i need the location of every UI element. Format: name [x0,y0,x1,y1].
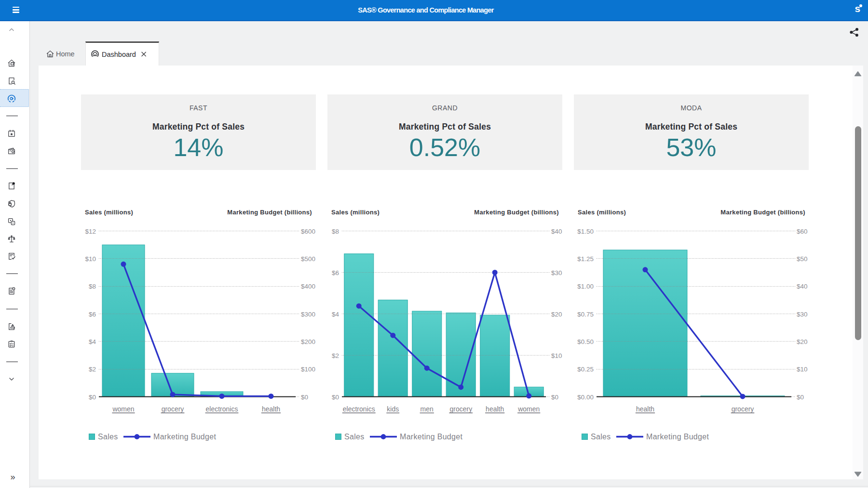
svg-text:»: » [11,472,15,482]
svg-text:Dashboard: Dashboard [102,51,136,58]
svg-text:Home: Home [56,50,75,58]
